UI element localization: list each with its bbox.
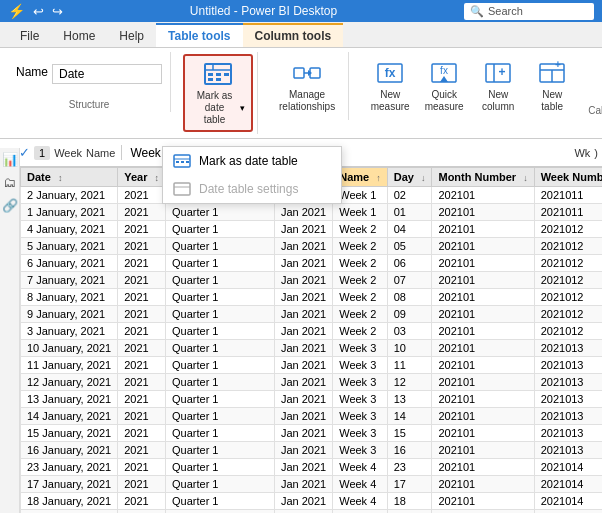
- table-cell: 2021011: [534, 204, 602, 221]
- table-cell: 19: [387, 510, 432, 514]
- table-cell: 202101: [432, 425, 534, 442]
- redo-icon[interactable]: ↪: [52, 4, 63, 19]
- table-cell: 2021012: [534, 289, 602, 306]
- table-cell: Quarter 1: [166, 340, 275, 357]
- svg-rect-3: [208, 73, 213, 76]
- table-cell: 2021014: [534, 459, 602, 476]
- table-cell: Week 3: [333, 357, 388, 374]
- search-icon: 🔍: [470, 5, 484, 18]
- manage-relationships-button[interactable]: Manage relationships: [270, 54, 344, 118]
- tab-table-tools[interactable]: Table tools: [156, 23, 242, 47]
- table-cell: 2021012: [534, 323, 602, 340]
- table-cell: 18 January, 2021: [21, 493, 118, 510]
- table-cell: 2021: [118, 459, 166, 476]
- tab-column-tools[interactable]: Column tools: [243, 23, 344, 47]
- dropdown-item-mark-as-date[interactable]: Mark as date table: [163, 147, 341, 175]
- search-box[interactable]: 🔍 Search: [464, 3, 594, 20]
- name-field-label: Name: [16, 65, 48, 79]
- undo-icon[interactable]: ↩: [33, 4, 44, 19]
- table-cell: Week 2: [333, 289, 388, 306]
- col-day[interactable]: Day ↓: [387, 168, 432, 187]
- report-view-icon[interactable]: 📊: [2, 152, 18, 167]
- table-row: 23 January, 20212021Quarter 1Jan 2021Wee…: [21, 459, 603, 476]
- col-date[interactable]: Date ↕: [21, 168, 118, 187]
- table-cell: 17: [387, 476, 432, 493]
- table-cell: 202101: [432, 221, 534, 238]
- confirm-formula-button[interactable]: ✓: [19, 145, 30, 160]
- table-cell: 2021: [118, 357, 166, 374]
- col-week-number[interactable]: Week Number ↑: [534, 168, 602, 187]
- table-cell: Week 2: [333, 306, 388, 323]
- table-cell: 202101: [432, 340, 534, 357]
- name-input[interactable]: [52, 64, 162, 84]
- table-cell: 2 January, 2021: [21, 187, 118, 204]
- table-row: 19 January, 20212021Quarter 1Jan 2021Wee…: [21, 510, 603, 514]
- table-row: 8 January, 20212021Quarter 1Jan 2021Week…: [21, 289, 603, 306]
- table-container[interactable]: Date ↕ Year ↕ Quarter Number ↕ Month ↕ N…: [20, 167, 602, 513]
- table-cell: Week 2: [333, 221, 388, 238]
- table-cell: Quarter 1: [166, 391, 275, 408]
- table-cell: 2021014: [534, 476, 602, 493]
- table-cell: 15 January, 2021: [21, 425, 118, 442]
- svg-rect-26: [176, 161, 179, 163]
- table-cell: Quarter 1: [166, 289, 275, 306]
- table-cell: Week 2: [333, 323, 388, 340]
- table-cell: 5 January, 2021: [21, 238, 118, 255]
- table-cell: Week 4: [333, 510, 388, 514]
- new-measure-button[interactable]: fx Newmeasure: [365, 54, 415, 118]
- col-month-number[interactable]: Month Number ↓: [432, 168, 534, 187]
- mark-as-date-table-button[interactable]: Mark as datetable ▾: [183, 54, 253, 132]
- tab-help[interactable]: Help: [107, 23, 156, 47]
- col-year[interactable]: Year ↕: [118, 168, 166, 187]
- svg-rect-8: [294, 68, 304, 78]
- table-cell: 13 January, 2021: [21, 391, 118, 408]
- new-column-button[interactable]: + Newcolumn: [473, 54, 523, 118]
- tab-file[interactable]: File: [8, 23, 51, 47]
- table-row: 3 January, 20212021Quarter 1Jan 2021Week…: [21, 323, 603, 340]
- table-cell: 2021: [118, 204, 166, 221]
- table-cell: Quarter 1: [166, 323, 275, 340]
- table-cell: Week 3: [333, 374, 388, 391]
- table-row: 16 January, 20212021Quarter 1Jan 2021Wee…: [21, 442, 603, 459]
- table-cell: Quarter 1: [166, 357, 275, 374]
- table-cell: 2021: [118, 340, 166, 357]
- svg-rect-28: [186, 161, 189, 163]
- table-cell: Quarter 1: [166, 425, 275, 442]
- table-cell: 2021: [118, 408, 166, 425]
- table-cell: Week 1: [333, 204, 388, 221]
- table-cell: 202101: [432, 238, 534, 255]
- new-table-icon: +: [536, 59, 568, 87]
- table-cell: 11 January, 2021: [21, 357, 118, 374]
- table-cell: Week 4: [333, 493, 388, 510]
- table-cell: 18: [387, 493, 432, 510]
- table-row: 10 January, 20212021Quarter 1Jan 2021Wee…: [21, 340, 603, 357]
- calculations-label: Calculations: [581, 105, 602, 118]
- table-cell: 202101: [432, 408, 534, 425]
- table-cell: Quarter 1: [166, 221, 275, 238]
- table-cell: 202101: [432, 306, 534, 323]
- table-cell: 202101: [432, 323, 534, 340]
- mark-as-date-label: Mark as datetable: [191, 90, 238, 126]
- svg-rect-29: [174, 183, 190, 195]
- table-cell: 11: [387, 357, 432, 374]
- table-cell: Week 3: [333, 391, 388, 408]
- table-cell: Quarter 1: [166, 510, 275, 514]
- svg-rect-6: [208, 78, 213, 81]
- table-cell: Week 3: [333, 408, 388, 425]
- table-cell: Jan 2021: [274, 391, 332, 408]
- tab-home[interactable]: Home: [51, 23, 107, 47]
- table-cell: Jan 2021: [274, 510, 332, 514]
- table-cell: Week 2: [333, 272, 388, 289]
- table-cell: 202101: [432, 510, 534, 514]
- table-cell: 9 January, 2021: [21, 306, 118, 323]
- new-table-button[interactable]: + Newtable: [527, 54, 577, 118]
- table-cell: 2021: [118, 323, 166, 340]
- table-cell: Week 3: [333, 340, 388, 357]
- data-view-icon[interactable]: 🗂: [3, 175, 16, 190]
- svg-rect-5: [224, 73, 229, 76]
- quick-measure-button[interactable]: fx Quickmeasure: [419, 54, 469, 118]
- table-cell: 2021: [118, 493, 166, 510]
- table-cell: 8 January, 2021: [21, 289, 118, 306]
- model-view-icon[interactable]: 🔗: [2, 198, 18, 213]
- table-row: 6 January, 20212021Quarter 1Jan 2021Week…: [21, 255, 603, 272]
